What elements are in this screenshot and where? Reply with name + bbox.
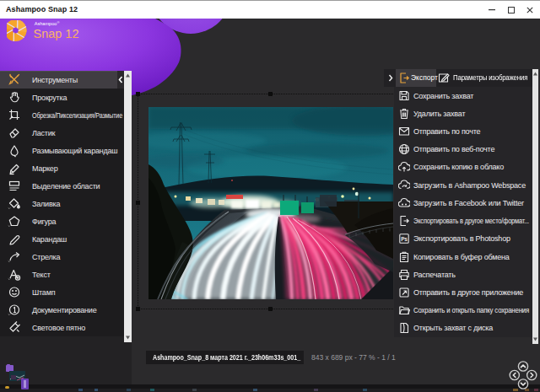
- svg-text:Snap 12: Snap 12: [34, 27, 79, 40]
- svg-text:Ps: Ps: [401, 236, 408, 242]
- svg-text:Ashampoo®: Ashampoo®: [35, 20, 60, 26]
